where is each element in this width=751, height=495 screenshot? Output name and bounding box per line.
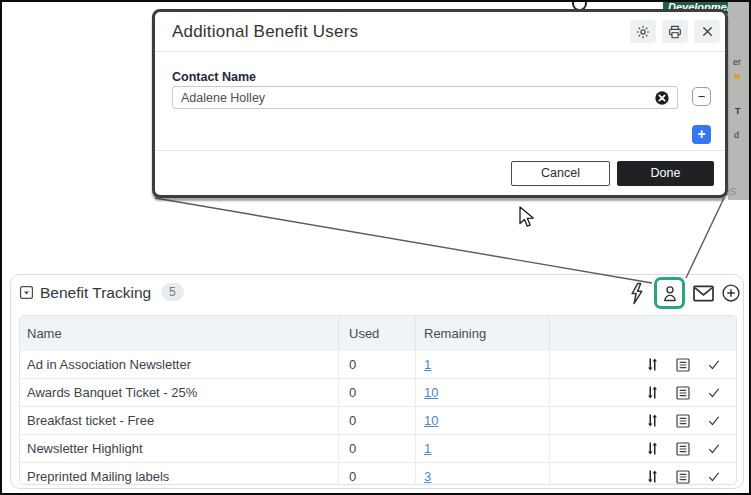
- benefit-name: Breakfast ticket - Free: [20, 407, 339, 434]
- column-header-actions: [550, 316, 736, 351]
- printer-icon[interactable]: [662, 20, 688, 43]
- table-row: Ad in Association Newsletter 0 1: [20, 351, 736, 378]
- additional-benefit-users-dialog: Additional Benefit Users: [152, 9, 728, 198]
- add-circle-icon[interactable]: [721, 283, 741, 307]
- gear-icon[interactable]: [630, 20, 656, 43]
- table-row: Newsletter Highlight 0 1: [20, 434, 736, 462]
- add-circle-icon: [721, 283, 741, 303]
- contact-name-label: Contact Name: [172, 70, 256, 84]
- remove-contact-button[interactable]: −: [692, 87, 711, 106]
- strip-text-fragment: T: [735, 106, 741, 116]
- sort-icon[interactable]: [645, 468, 660, 485]
- collapse-icon: [19, 285, 34, 300]
- contact-name-input[interactable]: [172, 86, 678, 109]
- dialog-footer: Cancel Done: [155, 150, 725, 195]
- close-icon: [701, 25, 714, 38]
- strip-text-fragment: d: [734, 130, 739, 140]
- dimmed-page-strip: er T d: [728, 2, 751, 200]
- check-icon[interactable]: [706, 413, 722, 428]
- envelope-icon[interactable]: [692, 284, 715, 307]
- check-icon[interactable]: [706, 469, 722, 484]
- person-icon[interactable]: [654, 277, 685, 309]
- strip-highlight-fragment: [734, 74, 740, 79]
- dialog-title: Additional Benefit Users: [172, 22, 624, 42]
- sort-icon[interactable]: [645, 356, 660, 373]
- check-icon[interactable]: [706, 385, 722, 400]
- table-row: Awards Banquet Ticket - 25% 0 10: [20, 378, 736, 406]
- gear-icon: [635, 24, 651, 40]
- callout-line-left: [155, 198, 652, 283]
- details-icon[interactable]: [675, 441, 691, 457]
- close-icon[interactable]: [694, 20, 720, 43]
- add-contact-button[interactable]: +: [692, 125, 711, 144]
- details-icon[interactable]: [675, 385, 691, 401]
- envelope-icon: [692, 284, 715, 303]
- benefit-tracking-header: Benefit Tracking 5: [11, 275, 743, 315]
- benefit-used: 0: [339, 435, 416, 462]
- cancel-button[interactable]: Cancel: [511, 161, 610, 186]
- remaining-link[interactable]: 1: [424, 357, 431, 372]
- column-header-remaining: Remaining: [416, 316, 550, 351]
- table-row: Breakfast ticket - Free 0 10: [20, 406, 736, 434]
- benefit-name: Awards Banquet Ticket - 25%: [20, 379, 339, 406]
- person-icon: [661, 284, 679, 303]
- remaining-link[interactable]: 3: [424, 469, 431, 484]
- benefit-name: Newsletter Highlight: [20, 435, 339, 462]
- mouse-cursor: [520, 207, 533, 226]
- clear-input-icon[interactable]: [654, 90, 670, 106]
- remaining-link[interactable]: 10: [424, 385, 438, 400]
- sort-icon[interactable]: [645, 384, 660, 401]
- table-header-row: Name Used Remaining: [20, 316, 736, 351]
- sort-icon[interactable]: [645, 440, 660, 457]
- done-button[interactable]: Done: [617, 161, 714, 186]
- remaining-link[interactable]: 1: [424, 441, 431, 456]
- benefit-used: 0: [339, 351, 416, 378]
- column-header-used: Used: [339, 316, 416, 351]
- details-icon[interactable]: [675, 357, 691, 373]
- callout-line-right: [686, 198, 724, 278]
- dialog-body: Contact Name − +: [155, 52, 725, 150]
- sort-icon[interactable]: [645, 412, 660, 429]
- dialog-header: Additional Benefit Users: [155, 12, 725, 52]
- printer-icon: [667, 24, 683, 40]
- panel-title: Benefit Tracking: [40, 284, 151, 302]
- benefit-name: Ad in Association Newsletter: [20, 351, 339, 378]
- table-row: Preprinted Mailing labels 0 3: [20, 462, 736, 485]
- collapse-icon[interactable]: [19, 285, 34, 300]
- details-icon[interactable]: [675, 413, 691, 429]
- check-icon[interactable]: [706, 441, 722, 456]
- clear-input-icon: [654, 90, 670, 106]
- column-header-name: Name: [20, 316, 339, 351]
- lightning-icon: [626, 281, 647, 306]
- benefits-table: Name Used Remaining Ad in Association Ne…: [19, 315, 737, 485]
- details-icon[interactable]: [675, 469, 691, 485]
- remaining-link[interactable]: 10: [424, 413, 438, 428]
- strip-text-fragment: er: [733, 57, 741, 67]
- lightning-icon[interactable]: [626, 281, 647, 310]
- count-badge: 5: [161, 283, 184, 301]
- benefit-used: 0: [339, 379, 416, 406]
- benefit-tracking-panel: Benefit Tracking 5: [10, 274, 744, 489]
- benefit-name: Preprinted Mailing labels: [20, 463, 339, 485]
- check-icon[interactable]: [706, 357, 722, 372]
- benefit-used: 0: [339, 463, 416, 485]
- benefit-used: 0: [339, 407, 416, 434]
